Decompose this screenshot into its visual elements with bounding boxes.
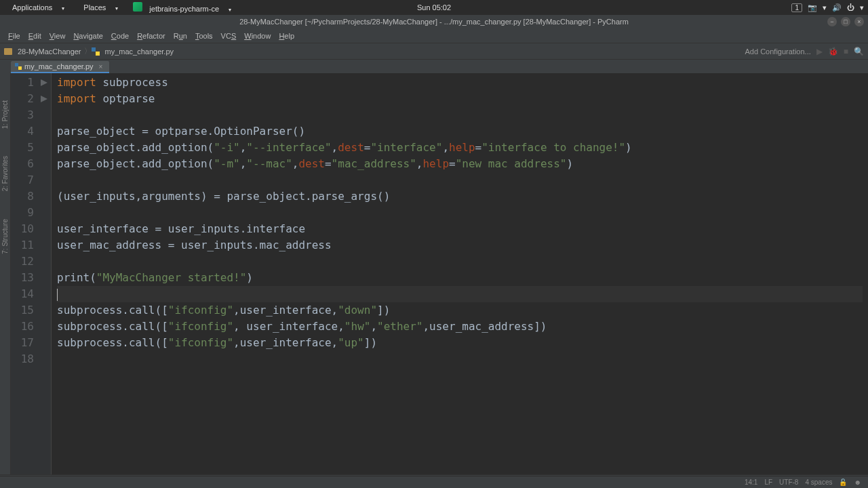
- minimize-button[interactable]: −: [827, 17, 837, 26]
- close-tab-icon[interactable]: ×: [99, 63, 103, 70]
- desktop-top-bar: Applications▾ Places▾ jetbrains-pycharm-…: [0, 0, 868, 15]
- editor-tab-label: my_mac_changer.py: [24, 62, 94, 70]
- tool-favorites[interactable]: 2: Favorites: [1, 156, 9, 191]
- power-icon[interactable]: ⏻: [847, 3, 854, 12]
- camera-icon[interactable]: 📷: [808, 3, 817, 12]
- maximize-button[interactable]: □: [841, 17, 850, 26]
- code-line[interactable]: [57, 351, 863, 367]
- editor-tab-active[interactable]: my_mac_changer.py ×: [11, 61, 109, 73]
- tool-structure[interactable]: 7: Structure: [1, 219, 9, 254]
- code-line[interactable]: user_interface = user_inputs.interface: [57, 221, 863, 237]
- code-line[interactable]: parse_object.add_option("-i","--interfac…: [57, 140, 863, 156]
- menu-window[interactable]: Window: [240, 32, 275, 40]
- keyboard-layout-indicator[interactable]: 1: [791, 3, 802, 12]
- hector-icon[interactable]: ☻: [854, 479, 861, 486]
- menu-view[interactable]: View: [45, 32, 70, 40]
- python-file-icon: [92, 47, 100, 56]
- code-line[interactable]: user_mac_address = user_inputs.mac_addre…: [57, 237, 863, 253]
- system-menu-arrow[interactable]: ▾: [860, 3, 864, 12]
- left-tool-stripe: 1: Project 2: Favorites 7: Structure: [0, 73, 11, 474]
- svg-rect-0: [92, 47, 96, 52]
- code-line[interactable]: import subprocess: [57, 75, 863, 91]
- svg-rect-3: [18, 66, 22, 70]
- pycharm-icon: [133, 2, 142, 12]
- editor-area: 1: Project 2: Favorites 7: Structure 123…: [0, 73, 868, 474]
- menu-vcs[interactable]: VCS: [217, 32, 241, 40]
- sound-icon[interactable]: 🔊: [832, 3, 842, 12]
- places-menu[interactable]: Places▾: [75, 3, 126, 12]
- code-line[interactable]: import optparse: [57, 91, 863, 107]
- code-line[interactable]: [57, 286, 863, 302]
- search-everywhere-icon[interactable]: 🔍: [854, 47, 864, 56]
- breadcrumb-project[interactable]: 28-MyMacChanger: [15, 47, 84, 56]
- debug-button[interactable]: 🐞: [828, 47, 838, 56]
- svg-rect-2: [15, 63, 18, 66]
- folder-icon: [4, 48, 12, 55]
- code-line[interactable]: subprocess.call(["ifconfig",user_interfa…: [57, 335, 863, 351]
- network-icon[interactable]: ▾: [823, 3, 827, 12]
- code-line[interactable]: [57, 172, 863, 188]
- menu-refactor[interactable]: Refactor: [133, 32, 170, 40]
- window-title-text: 28-MyMacChanger [~/PycharmProjects/28-My…: [239, 18, 629, 26]
- svg-rect-1: [96, 52, 100, 56]
- window-titlebar: 28-MyMacChanger [~/PycharmProjects/28-My…: [0, 15, 868, 28]
- menu-tools[interactable]: Tools: [191, 32, 217, 40]
- tool-project[interactable]: 1: Project: [1, 100, 9, 129]
- code-line[interactable]: [57, 205, 863, 221]
- line-separator[interactable]: LF: [764, 479, 772, 486]
- menu-help[interactable]: Help: [275, 32, 298, 40]
- menu-navigate[interactable]: Navigate: [69, 32, 106, 40]
- code-editor[interactable]: import subprocessimport optparseparse_ob…: [52, 73, 868, 474]
- code-line[interactable]: parse_object = optparse.OptionParser(): [57, 123, 863, 140]
- code-line[interactable]: (user_inputs,arguments) = parse_object.p…: [57, 188, 863, 205]
- stop-button[interactable]: ■: [844, 47, 848, 56]
- code-line[interactable]: parse_object.add_option("-m","--mac",des…: [57, 156, 863, 172]
- main-menu-bar: File Edit View Navigate Code Refactor Ru…: [0, 28, 868, 43]
- menu-file[interactable]: File: [4, 32, 24, 40]
- code-line[interactable]: [57, 107, 863, 123]
- editor-tabs: my_mac_changer.py ×: [0, 60, 868, 73]
- navigation-bar: 28-MyMacChanger 〉 my_mac_changer.py Add …: [0, 43, 868, 60]
- readonly-lock-icon[interactable]: 🔓: [839, 479, 847, 486]
- applications-menu[interactable]: Applications▾: [4, 3, 73, 12]
- status-bar: 14:1 LF UTF-8 4 spaces 🔓 ☻: [0, 476, 868, 488]
- python-file-icon: [15, 63, 22, 70]
- fold-column[interactable]: [39, 73, 52, 474]
- active-app-indicator[interactable]: jetbrains-pycharm-ce▾: [129, 2, 239, 13]
- code-line[interactable]: print("MyMacChanger started!"): [57, 270, 863, 286]
- indent-settings[interactable]: 4 spaces: [805, 479, 832, 486]
- code-line[interactable]: subprocess.call(["ifconfig",user_interfa…: [57, 302, 863, 319]
- breadcrumb-file[interactable]: my_mac_changer.py: [102, 47, 177, 56]
- file-encoding[interactable]: UTF-8: [779, 479, 798, 486]
- caret-position[interactable]: 14:1: [745, 479, 757, 486]
- run-button[interactable]: ▶: [816, 47, 823, 56]
- add-configuration-button[interactable]: Add Configuration...: [745, 47, 811, 56]
- clock[interactable]: Sun 05:02: [417, 3, 451, 12]
- menu-edit[interactable]: Edit: [24, 32, 45, 40]
- code-line[interactable]: [57, 253, 863, 270]
- code-line[interactable]: subprocess.call(["ifconfig", user_interf…: [57, 319, 863, 335]
- line-number-gutter[interactable]: 123456789101112131415161718: [11, 73, 39, 474]
- menu-code[interactable]: Code: [107, 32, 133, 40]
- close-button[interactable]: ×: [854, 17, 864, 26]
- menu-run[interactable]: Run: [170, 32, 191, 40]
